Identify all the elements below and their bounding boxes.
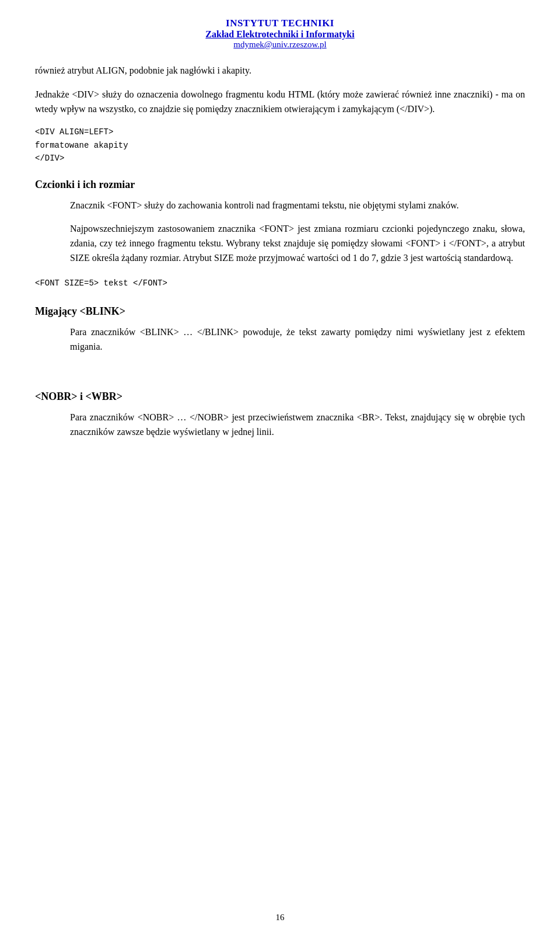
section2: Migający <BLINK> Para znaczników <BLINK>… (35, 304, 525, 354)
header-title: INSTYTUT TECHNIKI (35, 18, 525, 29)
section2-heading: Migający <BLINK> (35, 304, 525, 319)
main-content: również atrybut ALIGN, podobnie jak nagł… (35, 64, 525, 440)
section3-heading: <NOBR> i <WBR> (35, 389, 525, 405)
header-subtitle: Zakład Elektrotechniki i Informatyki (35, 29, 525, 40)
header-email: mdymek@univ.rzeszow.pl (35, 40, 525, 50)
page-header: INSTYTUT TECHNIKI Zakład Elektrotechniki… (35, 18, 525, 50)
section3-paragraph1: Para znaczników <NOBR> … </NOBR> jest pr… (70, 410, 525, 440)
section2-paragraph1: Para znaczników <BLINK> … </BLINK> powod… (70, 325, 525, 354)
section1: Czcionki i ich rozmiar Znacznik <FONT> s… (35, 177, 525, 290)
paragraph-align: również atrybut ALIGN, podobnie jak nagł… (35, 64, 525, 78)
code-block-font: <FONT SIZE=5> tekst </FONT> (35, 277, 525, 290)
page-number: 16 (276, 913, 285, 922)
code-block-div: <DIV ALIGN=LEFT> formatowane akapity </D… (35, 126, 525, 165)
section1-paragraph2: Najpowszechniejszym zastosowaniem znaczn… (70, 222, 525, 265)
section1-heading: Czcionki i ich rozmiar (35, 177, 525, 193)
spacer (35, 363, 525, 371)
section1-paragraph1: Znacznik <FONT> służy do zachowania kont… (70, 199, 525, 213)
page: INSTYTUT TECHNIKI Zakład Elektrotechniki… (0, 0, 560, 940)
paragraph-div: Jednakże <DIV> służy do oznaczenia dowol… (35, 88, 525, 117)
section3: <NOBR> i <WBR> Para znaczników <NOBR> … … (35, 389, 525, 440)
